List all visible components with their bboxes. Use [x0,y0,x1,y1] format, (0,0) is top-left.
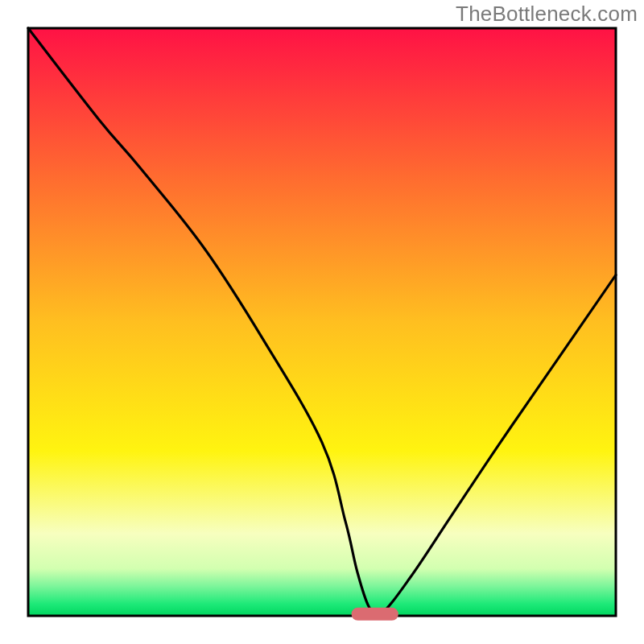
watermark-text: TheBottleneck.com [456,2,638,27]
chart-frame: TheBottleneck.com [0,0,644,644]
bottleneck-chart-svg [0,0,644,644]
plot-background [28,28,616,616]
optimal-range-marker [352,608,398,621]
